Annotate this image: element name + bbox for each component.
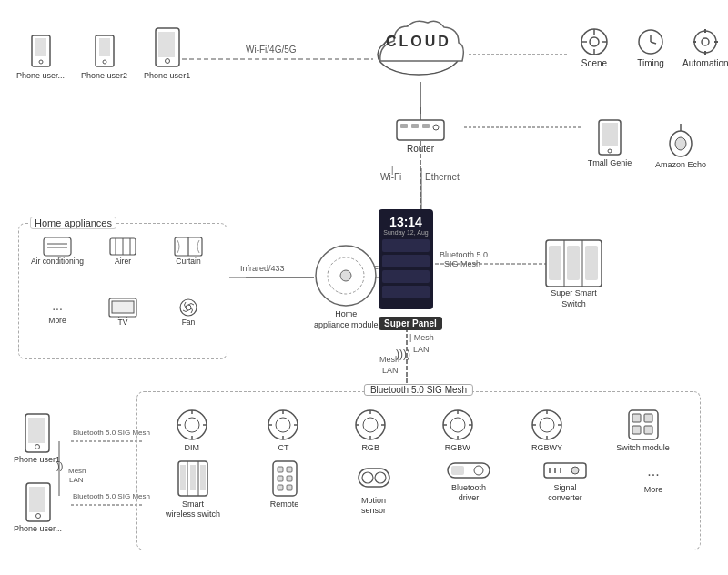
echo-label: Amazon Echo: [653, 160, 708, 169]
svg-rect-68: [602, 123, 618, 146]
svg-rect-38: [35, 38, 46, 56]
tmall-genie-group: Tmall Genie: [582, 118, 637, 167]
phone-label: Phone user1: [144, 71, 190, 80]
curtain-item: Curtain: [157, 237, 219, 294]
svg-text:Infrared/433: Infrared/433: [240, 264, 285, 273]
more-label: More: [26, 316, 88, 325]
svg-point-56: [702, 38, 709, 45]
svg-point-104: [276, 418, 290, 432]
tv-label: TV: [92, 318, 154, 327]
switch-label: Super SmartSwitch: [544, 288, 603, 309]
svg-point-55: [694, 31, 716, 53]
svg-rect-64: [422, 124, 430, 128]
bottom-devices-box: Bluetooth 5.0 SIG Mesh DIM: [136, 391, 701, 550]
svg-point-42: [103, 60, 106, 64]
panel-btn-3: [382, 270, 430, 283]
svg-rect-76: [44, 237, 71, 256]
panel-btn-2: [382, 255, 430, 267]
dim-label: DIM: [167, 443, 217, 452]
svg-point-122: [540, 418, 554, 432]
phone-label: Phone user2: [81, 71, 127, 80]
airer-item: Airer: [92, 237, 154, 294]
super-smart-switch: Super SmartSwitch: [544, 238, 603, 309]
automation-label: Automation: [682, 58, 728, 68]
svg-rect-44: [158, 32, 175, 57]
tv-item: TV: [92, 298, 154, 355]
svg-point-147: [375, 472, 386, 483]
svg-point-115: [443, 410, 472, 439]
svg-point-97: [177, 410, 207, 439]
svg-rect-130: [632, 426, 641, 434]
svg-point-116: [450, 418, 465, 432]
automation-icon-group: Automation: [682, 27, 728, 68]
timing-icon-group: Timing: [628, 27, 673, 68]
more-item: ··· More: [26, 298, 88, 355]
timing-label: Timing: [628, 58, 673, 68]
svg-rect-136: [190, 465, 196, 490]
svg-rect-129: [644, 414, 652, 422]
cloud-label: CLOUD: [386, 34, 451, 50]
svg-point-110: [363, 418, 378, 432]
svg-rect-41: [99, 38, 110, 56]
svg-rect-96: [585, 246, 598, 280]
svg-rect-142: [287, 476, 292, 481]
svg-rect-131: [644, 426, 652, 434]
svg-point-150: [474, 466, 483, 475]
diagram-container: Wi-Fi/4G/5G Wi-Fi Ethernet Wi-Fi Infrare…: [0, 0, 728, 575]
svg-rect-141: [278, 476, 283, 481]
svg-rect-157: [28, 418, 45, 443]
panel-time: 13:14: [389, 215, 422, 229]
phone-user-2: Phone user2: [81, 35, 127, 80]
svg-point-158: [35, 445, 39, 449]
svg-point-146: [362, 472, 373, 483]
bottom-box-title: Bluetooth 5.0 SIG Mesh: [364, 384, 473, 396]
remote-label: Remote: [264, 499, 305, 509]
bt-driver-label: Bluetoothdriver: [442, 483, 495, 503]
svg-point-65: [433, 125, 439, 130]
svg-rect-139: [278, 467, 283, 472]
wireless-switch-device: Smartwireless switch: [166, 459, 220, 520]
motion-sensor-label: Motionsensor: [349, 496, 399, 516]
svg-point-121: [532, 410, 561, 439]
curtain-label: Curtain: [157, 257, 219, 266]
amazon-echo-group: Amazon Echo: [653, 116, 708, 169]
svg-text:LAN: LAN: [382, 366, 399, 375]
rgbw-label: RGBW: [437, 443, 478, 452]
switch-module-label: Switch module: [616, 443, 671, 452]
svg-point-89: [180, 299, 197, 316]
svg-text:SIG Mesh: SIG Mesh: [444, 259, 480, 268]
svg-point-69: [608, 149, 612, 153]
bottom-phone1-label: Phone user1: [14, 455, 60, 464]
ct-device: CT: [263, 409, 304, 452]
svg-rect-62: [400, 124, 408, 128]
svg-line-54: [651, 42, 656, 44]
svg-text:Mesh: Mesh: [68, 467, 86, 475]
panel-btn-1: [382, 239, 430, 252]
svg-point-155: [571, 467, 579, 474]
svg-text:Ethernet: Ethernet: [425, 172, 460, 182]
fan-item: Fan: [157, 298, 219, 355]
rgbwy-device: RGBWY: [524, 409, 570, 452]
phone-label: Phone user...: [16, 71, 65, 80]
svg-rect-149: [451, 466, 464, 475]
svg-point-161: [35, 514, 40, 519]
wireless-switch-label: Smartwireless switch: [166, 499, 220, 520]
svg-rect-140: [287, 467, 292, 472]
super-panel-device: 13:14 Sunday 12, Aug: [379, 209, 433, 309]
svg-point-103: [268, 410, 298, 439]
dim-device: DIM: [167, 409, 217, 452]
bottom-phone-user-more: Phone user...: [14, 482, 62, 533]
super-panel-text: Super Panel: [384, 318, 437, 328]
svg-point-72: [675, 137, 686, 150]
rgbwy-label: RGBWY: [524, 443, 570, 452]
cloud-icon: CLOUD: [371, 14, 467, 79]
mesh-lan-label: | Mesh LAN: [410, 332, 434, 355]
bluetooth-driver-device: Bluetoothdriver: [442, 459, 495, 520]
rgbw-device: RGBW: [437, 409, 478, 452]
svg-rect-137: [200, 465, 206, 490]
svg-rect-143: [278, 485, 283, 490]
super-panel-label: Super Panel: [379, 317, 442, 330]
scene-icon-group: Scene: [571, 27, 617, 68]
svg-point-109: [356, 410, 385, 439]
bottom-phone-user1: Phone user1: [14, 413, 60, 464]
